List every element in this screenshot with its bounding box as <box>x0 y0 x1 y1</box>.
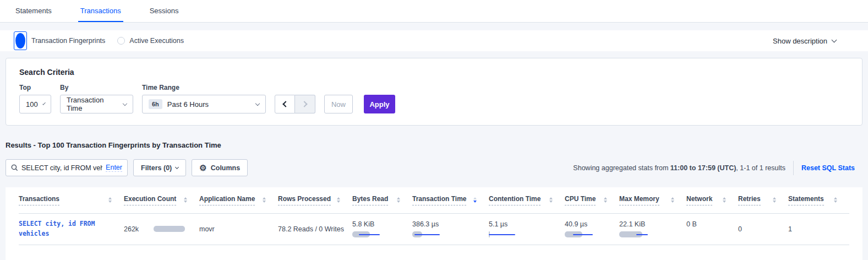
time-nav-group <box>275 95 315 113</box>
max-memory-value: 22.1 KiB <box>619 220 681 228</box>
view-toggle-row: Transaction Fingerprints Active Executio… <box>0 30 868 51</box>
filters-button-label: Filters (0) <box>141 164 172 172</box>
apply-button[interactable]: Apply <box>364 95 395 113</box>
column-header-contention-time: Contention Time <box>489 187 565 213</box>
sort-icon[interactable] <box>263 197 266 203</box>
chevron-down-icon <box>123 101 127 105</box>
column-header-network: Network <box>686 187 738 213</box>
column-header-rows-processed: Rows Processed <box>278 187 352 213</box>
radio-transaction-fingerprints[interactable]: Transaction Fingerprints <box>14 31 105 50</box>
transaction-time-bar <box>412 231 446 237</box>
cell-execution-count: 262k <box>124 213 199 245</box>
column-header-execution-count: Execution Count <box>124 187 199 213</box>
cell-contention-time: 5.1 µs <box>489 213 565 245</box>
by-label: By <box>60 84 133 91</box>
show-description-label: Show description <box>773 37 827 45</box>
search-input[interactable] <box>21 164 102 172</box>
tab-transactions[interactable]: Transactions <box>78 0 123 22</box>
bytes-read-bar <box>352 231 386 237</box>
search-icon <box>11 164 18 171</box>
search-enter-link[interactable]: Enter <box>106 164 122 172</box>
network-value: 0 B <box>686 220 733 228</box>
transaction-fingerprint-link[interactable]: SELECT city, id FROM vehicles <box>19 219 106 239</box>
sort-icon[interactable] <box>671 197 674 203</box>
radio-selected-icon[interactable] <box>14 31 27 50</box>
top-select[interactable]: 100 <box>19 95 51 113</box>
chevron-down-icon <box>832 37 837 43</box>
stats-time-range: 11:00 to 17:59 (UTC) <box>670 164 736 172</box>
time-range-field: Time Range 6h Past 6 Hours <box>142 84 266 113</box>
sort-icon[interactable] <box>549 197 553 203</box>
by-select[interactable]: Transaction Time <box>60 95 133 113</box>
tab-sessions[interactable]: Sessions <box>148 0 181 22</box>
transactions-table: Transactions Execution Count Application… <box>19 187 849 245</box>
reset-sql-stats-link[interactable]: Reset SQL Stats <box>801 164 855 172</box>
columns-button[interactable]: ⚙ Columns <box>192 159 248 176</box>
column-header-application-name: Application Name <box>199 187 278 213</box>
cell-rows-processed: 78.2 Reads / 0 Writes <box>278 213 352 245</box>
cell-application-name: movr <box>199 213 278 245</box>
sort-icon[interactable] <box>397 197 400 203</box>
by-field: By Transaction Time <box>60 84 133 113</box>
radio-active-executions-label: Active Executions <box>129 37 184 45</box>
time-range-select-value: Past 6 Hours <box>167 100 209 109</box>
stats-area: Showing aggregated stats from 11:00 to 1… <box>573 161 860 175</box>
vertical-divider <box>793 161 794 175</box>
time-range-value-wrap: 6h Past 6 Hours <box>149 99 209 109</box>
column-header-max-memory: Max Memory <box>619 187 686 213</box>
time-prev-button[interactable] <box>275 95 295 113</box>
column-header-cpu-time: CPU Time <box>565 187 619 213</box>
search-box[interactable]: Enter <box>6 159 128 176</box>
sort-icon[interactable] <box>184 197 187 203</box>
network-bar-empty <box>686 231 720 237</box>
sort-icon[interactable] <box>337 197 340 203</box>
time-range-label: Time Range <box>142 84 266 91</box>
execution-count-value: 262k <box>124 225 139 233</box>
application-name-value: movr <box>199 225 215 233</box>
sort-icon[interactable] <box>834 197 837 203</box>
radio-unselected-icon[interactable] <box>117 37 125 45</box>
time-next-button[interactable] <box>295 95 315 113</box>
cell-max-memory: 22.1 KiB <box>619 213 686 245</box>
top-select-value: 100 <box>26 100 38 109</box>
tab-statements[interactable]: Statements <box>13 0 54 22</box>
column-header-retries: Retries <box>738 187 788 213</box>
sort-icon[interactable] <box>773 197 776 203</box>
columns-button-label: Columns <box>211 164 240 172</box>
show-description-toggle[interactable]: Show description <box>773 37 836 45</box>
by-select-value: Transaction Time <box>67 96 118 112</box>
sort-icon-descending[interactable] <box>473 197 477 203</box>
cell-bytes-read: 5.8 KiB <box>352 213 412 245</box>
aggregated-stats-text: Showing aggregated stats from 11:00 to 1… <box>573 164 785 172</box>
table-header-row: Transactions Execution Count Application… <box>19 187 849 213</box>
now-button[interactable]: Now <box>324 95 353 113</box>
bytes-read-value: 5.8 KiB <box>352 220 407 228</box>
contention-time-bar <box>489 231 523 237</box>
transaction-time-value: 386.3 µs <box>412 220 483 228</box>
results-controls-row: Enter Filters (0) ⚙ Columns Showing aggr… <box>6 159 862 176</box>
chevron-down-icon <box>42 102 46 105</box>
column-header-statements: Statements <box>788 187 849 213</box>
search-criteria-title: Search Criteria <box>19 68 849 77</box>
retries-value: 0 <box>738 225 742 233</box>
cell-cpu-time: 40.9 µs <box>565 213 619 245</box>
cell-transaction: SELECT city, id FROM vehicles <box>19 213 124 245</box>
cell-network: 0 B <box>686 213 738 245</box>
cpu-time-value: 40.9 µs <box>565 220 614 228</box>
radio-transaction-fingerprints-label: Transaction Fingerprints <box>31 37 105 45</box>
sort-icon[interactable] <box>108 197 112 203</box>
chevron-left-icon <box>282 101 288 107</box>
rows-processed-value: 78.2 Reads / 0 Writes <box>278 225 344 233</box>
statements-value: 1 <box>788 225 792 233</box>
radio-active-executions[interactable]: Active Executions <box>117 37 184 45</box>
filters-button[interactable]: Filters (0) <box>133 159 186 176</box>
contention-time-value: 5.1 µs <box>489 220 559 228</box>
column-header-bytes-read: Bytes Read <box>352 187 412 213</box>
sort-icon[interactable] <box>723 197 726 203</box>
chevron-down-icon <box>175 165 179 169</box>
time-range-select[interactable]: 6h Past 6 Hours <box>142 95 266 113</box>
top-field: Top 100 <box>19 84 51 113</box>
search-criteria-controls: Top 100 By Transaction Time Time Range 6… <box>19 84 849 113</box>
results-table-card: Transactions Execution Count Application… <box>6 187 862 260</box>
sort-icon[interactable] <box>604 197 607 203</box>
